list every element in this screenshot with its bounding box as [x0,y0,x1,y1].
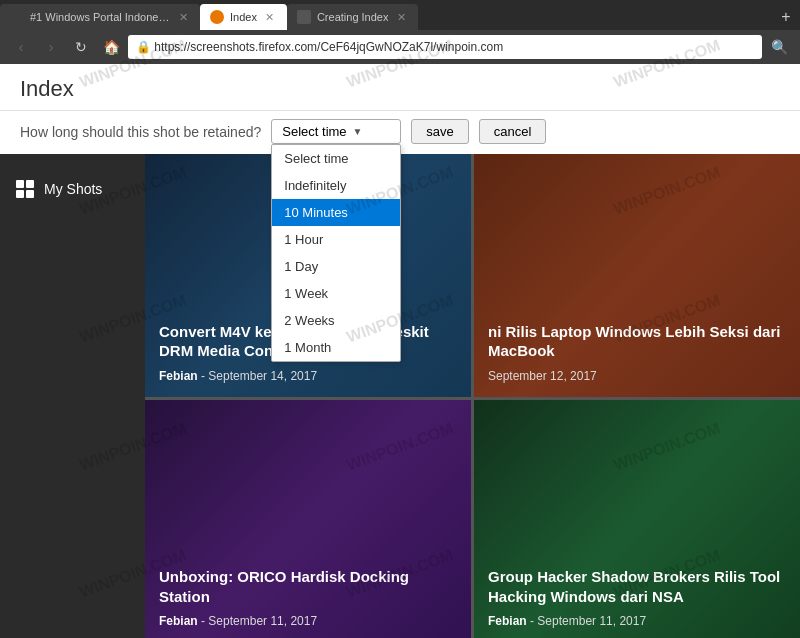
article-card-4[interactable]: Group Hacker Shadow Brokers Rilis Tool H… [474,400,800,639]
select-time-container: Select time ▼ Select time Indefinitely 1… [271,119,401,144]
card2-date: September 12, 2017 [488,369,597,383]
tab3-favicon [297,10,311,24]
card4-title: Group Hacker Shadow Brokers Rilis Tool H… [488,567,786,606]
forward-button[interactable]: › [38,34,64,60]
card3-content: Unboxing: ORICO Hardisk Docking Station … [159,567,457,628]
time-dropdown-menu: Select time Indefinitely 10 Minutes 1 Ho… [271,144,401,362]
save-button[interactable]: save [411,119,468,144]
search-button[interactable]: 🔍 [766,34,792,60]
card4-content: Group Hacker Shadow Brokers Rilis Tool H… [488,567,786,628]
tab2-close[interactable]: ✕ [263,10,277,24]
sidebar-item-my-shots[interactable]: My Shots [0,170,145,208]
card4-author: Febian [488,614,527,628]
card2-meta: September 12, 2017 [488,369,786,383]
article-grid: Convert M4V ke MP4 dengan Tuneskit DRM M… [145,154,800,638]
card4-meta: Febian - September 11, 2017 [488,614,786,628]
tab-windows-portal[interactable]: #1 Windows Portal Indonesi... ✕ [0,4,200,30]
card1-author: Febian [159,369,198,383]
tab3-label: Creating Index [317,11,389,23]
tab1-label: #1 Windows Portal Indonesi... [30,11,170,23]
new-tab-button[interactable]: + [772,4,800,30]
lock-icon: 🔒 [136,40,151,54]
card3-meta: Febian - September 11, 2017 [159,614,457,628]
refresh-icon: ↻ [75,39,87,55]
tab-spacer [418,4,772,30]
card2-content: ni Rilis Laptop Windows Lebih Seksi dari… [488,322,786,383]
card4-date: September 11, 2017 [537,614,646,628]
option-2-weeks[interactable]: 2 Weeks [272,307,400,334]
my-shots-label: My Shots [44,181,102,197]
select-time-label: Select time [282,124,346,139]
card1-meta: Febian - September 14, 2017 [159,369,457,383]
tab-bar: #1 Windows Portal Indonesi... ✕ Index ✕ … [0,0,800,30]
dropdown-arrow-icon: ▼ [353,126,363,137]
option-indefinitely[interactable]: Indefinitely [272,172,400,199]
tab3-close[interactable]: ✕ [394,10,408,24]
option-1-hour[interactable]: 1 Hour [272,226,400,253]
option-1-day[interactable]: 1 Day [272,253,400,280]
card3-date: September 11, 2017 [208,614,317,628]
tab-creating-index[interactable]: Creating Index ✕ [287,4,419,30]
grid-icon [16,180,34,198]
tab1-close[interactable]: ✕ [176,10,190,24]
tab-index[interactable]: Index ✕ [200,4,287,30]
page-body: Index How long should this shot be retai… [0,64,800,638]
article-card-2[interactable]: ni Rilis Laptop Windows Lebih Seksi dari… [474,154,800,397]
card2-title: ni Rilis Laptop Windows Lebih Seksi dari… [488,322,786,361]
url-bar[interactable]: 🔒 https://screenshots.firefox.com/CeF64j… [128,35,762,59]
card3-title: Unboxing: ORICO Hardisk Docking Station [159,567,457,606]
article-card-3[interactable]: Unboxing: ORICO Hardisk Docking Station … [145,400,471,639]
refresh-button[interactable]: ↻ [68,34,94,60]
url-text: https://screenshots.firefox.com/CeF64jqG… [154,40,503,54]
home-button[interactable]: 🏠 [98,34,124,60]
tab1-favicon [10,10,24,24]
option-select-time[interactable]: Select time [272,145,400,172]
option-1-week[interactable]: 1 Week [272,280,400,307]
page-title: Index [20,76,74,102]
option-1-month[interactable]: 1 Month [272,334,400,361]
cancel-button[interactable]: cancel [479,119,547,144]
back-icon: ‹ [19,39,24,55]
card1-date: September 14, 2017 [208,369,317,383]
search-icon: 🔍 [771,39,788,55]
home-icon: 🏠 [103,39,120,55]
forward-icon: › [49,39,54,55]
card3-author: Febian [159,614,198,628]
index-toolbar: How long should this shot be retained? S… [0,111,800,154]
select-time-button[interactable]: Select time ▼ [271,119,401,144]
back-button[interactable]: ‹ [8,34,34,60]
option-10-minutes[interactable]: 10 Minutes [272,199,400,226]
tab2-favicon [210,10,224,24]
sidebar: My Shots [0,154,145,638]
nav-bar: ‹ › ↻ 🏠 🔒 https://screenshots.firefox.co… [0,30,800,64]
toolbar-label: How long should this shot be retained? [20,124,261,140]
index-header: Index [0,64,800,111]
tab2-label: Index [230,11,257,23]
